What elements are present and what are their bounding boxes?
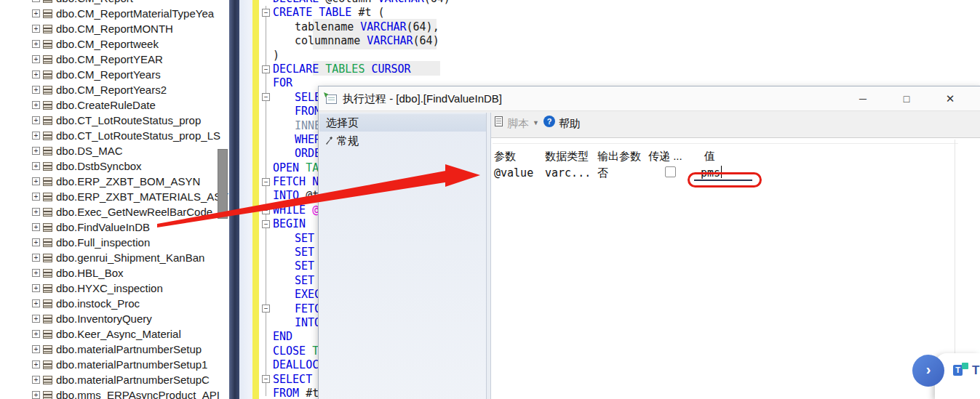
tree-item[interactable]: +dbo.materialPartnumberSetupC [0,372,229,387]
tree-item-label: dbo.DS_MAC [56,145,123,157]
tree-item[interactable]: +dbo.CT_LotRouteStatus_prop_LS [0,128,229,143]
expand-icon[interactable]: + [32,70,40,78]
fold-collapse-icon[interactable]: − [262,9,270,17]
fold-collapse-icon[interactable]: − [262,206,270,214]
code-line: CREATE TABLE #t ( [273,6,971,20]
tree-item[interactable]: +dbo.ERP_ZXBT_BOM_ASYN [0,174,229,189]
procedure-icon [43,208,52,217]
fold-collapse-icon[interactable]: − [262,178,270,186]
tree-item[interactable]: +dbo.CM_Reportweek [0,36,229,52]
tree-item[interactable]: +dbo.DS_MAC [0,143,229,158]
tree-item[interactable]: +dbo.CM_ReportYEAR [0,52,229,67]
help-button[interactable]: 帮助 [559,117,581,131]
wrench-icon [324,136,334,145]
tree-item[interactable]: +dbo.genrui_Shipment_KanBan [0,250,229,265]
close-button[interactable]: ✕ [941,89,960,108]
procedure-icon [43,360,52,369]
pass-checkbox[interactable] [665,166,676,177]
code-line: tablename VARCHAR(64), [273,20,971,34]
tree-item-label: dbo.CT_LotRouteStatus_prop [56,114,201,126]
tree-item[interactable]: +dbo.CM_ReportYears2 [0,82,229,97]
procedure-icon [43,70,52,79]
tree-item[interactable]: +dbo.CreateRuleDate [0,97,229,113]
fold-collapse-icon[interactable]: − [262,305,270,313]
tree-item[interactable]: +dbo.instock_Proc [0,296,229,311]
expand-icon[interactable]: + [32,299,40,307]
expand-icon[interactable]: + [32,86,40,94]
expand-icon[interactable]: + [32,0,40,2]
fold-collapse-icon[interactable]: − [262,220,270,228]
script-button[interactable]: 脚本 [507,117,529,131]
tree-item[interactable]: +dbo.CM_ReportMaterialTypeYea [0,6,229,21]
fold-collapse-icon[interactable]: − [262,375,270,383]
tree-item[interactable]: +dbo.Exec_GetNewReelBarCode [0,204,229,219]
expand-icon[interactable]: + [32,360,40,368]
expand-icon[interactable]: + [32,391,40,399]
teams-icon[interactable]: T [953,363,969,379]
tree-item[interactable]: +dbo.FindValueInDB [0,219,229,235]
cell-output: 否 [597,166,608,180]
expand-icon[interactable]: + [32,9,40,17]
tree-item[interactable]: +dbo.InventoryQuery [0,311,229,326]
procedure-icon [43,284,52,293]
popup-collapse-chevron[interactable]: › [912,355,944,387]
tree-item-label: dbo.HBL_Box [56,267,124,279]
tree-item[interactable]: +dbo.CM_ReportYears [0,67,229,82]
tree-item-label: dbo.CM_Report [56,0,133,4]
minimize-button[interactable]: ─ [853,89,872,108]
expand-icon[interactable]: + [32,345,40,353]
expand-icon[interactable]: + [32,330,40,338]
expand-icon[interactable]: + [32,269,40,277]
tree-scrollbar-thumb[interactable] [218,149,228,219]
tree-item[interactable]: +dbo.mms_ERPAsyncProduct_API [0,387,229,399]
expand-icon[interactable]: + [32,376,40,384]
expand-icon[interactable]: + [32,55,40,63]
expand-icon[interactable]: + [32,315,40,323]
col-header-datatype: 数据类型 [545,150,589,164]
expand-icon[interactable]: + [32,162,40,170]
expand-icon[interactable]: + [32,193,40,201]
annotation-highlight-oval [688,172,762,188]
dialog-titlebar[interactable]: 执行过程 - [dbo].[FindValueInDB] ─ □ ✕ [319,86,980,111]
fold-collapse-icon[interactable]: − [262,93,270,101]
expand-icon[interactable]: + [32,116,40,124]
tree-item[interactable]: +dbo.CT_LotRouteStatus_prop [0,113,229,128]
code-line: columnname VARCHAR(64) [273,34,971,48]
tree-item[interactable]: +dbo.HYXC_inspection [0,281,229,296]
panel-separator [229,0,239,399]
expand-icon[interactable]: + [32,208,40,216]
expand-icon[interactable]: + [32,284,40,292]
tree-item[interactable]: +dbo.Full_inspection [0,235,229,250]
tree-item-label: dbo.CM_ReportMaterialTypeYea [56,7,214,20]
code-line: DECLARE TABLES CURSOR [273,63,971,76]
expand-icon[interactable]: + [32,254,40,262]
expand-icon[interactable]: + [32,40,40,48]
page-item-general[interactable]: 常规 [319,133,486,148]
script-dropdown-icon[interactable]: ▼ [533,119,539,126]
tree-item[interactable]: +dbo.CM_ReportMONTH [0,21,229,36]
tree-item[interactable]: +dbo.materialPartnumberSetup [0,342,229,357]
expand-icon[interactable]: + [32,25,40,33]
expand-icon[interactable]: + [32,177,40,185]
tree-item[interactable]: +dbo.Keer_Async_Material [0,326,229,342]
tree-item-label: dbo.instock_Proc [56,297,140,310]
tree-item[interactable]: +dbo.DstbSyncbox [0,158,229,174]
select-page-panel: 选择页 常规 连接 [319,113,486,399]
expand-icon[interactable]: + [32,147,40,155]
expand-icon[interactable]: + [32,238,40,246]
tree-item-label: dbo.CM_ReportYears2 [56,84,167,96]
expand-icon[interactable]: + [32,101,40,109]
procedure-icon [43,315,52,323]
ssms-screen: +dbo.CM_Report+dbo.CM_ReportMaterialType… [0,0,980,399]
expand-icon[interactable]: + [32,132,40,140]
maximize-button[interactable]: □ [897,89,916,108]
tree-item-label: dbo.genrui_Shipment_KanBan [56,251,204,264]
fold-collapse-icon[interactable]: − [262,65,270,73]
tree-item[interactable]: +dbo.materialPartnumberSetup1 [0,357,229,372]
tree-item[interactable]: +dbo.HBL_Box [0,265,229,281]
tree-item[interactable]: +dbo.CM_Report [0,0,229,6]
dialog-splitter[interactable] [486,113,491,399]
expand-icon[interactable]: + [32,223,40,231]
object-explorer-panel: +dbo.CM_Report+dbo.CM_ReportMaterialType… [0,0,229,399]
tree-item[interactable]: +dbo.ERP_ZXBT_MATERIALS_ASY [0,189,229,204]
